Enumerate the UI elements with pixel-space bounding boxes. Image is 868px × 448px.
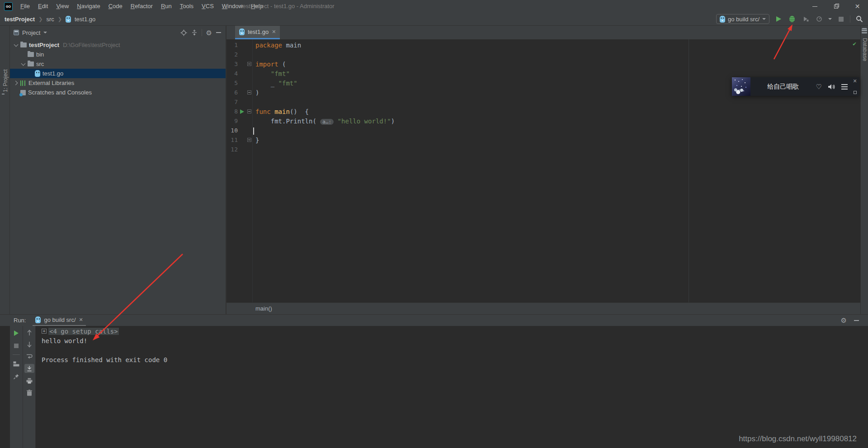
playlist-icon[interactable] xyxy=(841,84,848,90)
collapse-all-icon[interactable] xyxy=(191,29,198,36)
tree-label: Scratches and Consoles xyxy=(28,89,92,96)
run-tab-go-build[interactable]: go build src/ ✕ xyxy=(33,315,85,326)
tree-row-scratches-and-consoles[interactable]: Scratches and Consoles xyxy=(10,88,226,97)
run-button[interactable] xyxy=(774,14,783,24)
chevron-down-icon[interactable] xyxy=(13,42,19,48)
print-button[interactable] xyxy=(25,377,34,385)
console-line-4[interactable]: Process finished with exit code 0 xyxy=(42,355,860,364)
run-console[interactable]: +<4 go setup calls>hello world!Process f… xyxy=(36,326,860,448)
run-tab-close-icon[interactable]: ✕ xyxy=(79,317,83,323)
hide-panel-icon[interactable] xyxy=(854,320,859,321)
code-line-7[interactable]: 7 xyxy=(226,97,860,107)
locate-file-icon[interactable] xyxy=(180,29,187,36)
database-icon[interactable] xyxy=(862,28,867,34)
code-line-1[interactable]: 1package main xyxy=(226,40,860,50)
breadcrumb-project[interactable]: testProject xyxy=(5,16,35,23)
album-art[interactable] xyxy=(732,77,750,96)
up-stack-trace-button[interactable] xyxy=(25,329,34,336)
music-restore-icon[interactable] xyxy=(854,91,857,94)
profiler-button[interactable] xyxy=(815,14,824,24)
stop-process-button[interactable] xyxy=(12,342,21,349)
stop-button[interactable] xyxy=(836,14,845,24)
line-number: 6 xyxy=(229,89,238,96)
menu-navigate[interactable]: Navigate xyxy=(73,0,104,13)
tree-row-test1-go[interactable]: test1.go xyxy=(10,69,226,78)
console-line-1[interactable]: +<4 go setup calls> xyxy=(42,326,860,336)
chevron-right-icon[interactable] xyxy=(13,80,19,86)
restore-layout-button[interactable] xyxy=(12,360,21,368)
code-line-9[interactable]: 9 fmt.Println( a…: "hello world!") xyxy=(226,116,860,126)
close-button[interactable]: ✕ xyxy=(847,0,868,13)
menu-edit[interactable]: Edit xyxy=(34,0,52,13)
run-icon xyxy=(776,16,781,22)
code-token: main xyxy=(274,108,290,115)
gear-icon[interactable]: ⚙ xyxy=(841,317,847,324)
like-heart-icon[interactable]: ♡ xyxy=(816,83,822,90)
fold-icon[interactable] xyxy=(247,109,251,113)
profiler-chevron-icon[interactable] xyxy=(828,18,832,20)
gutter-fold-column xyxy=(246,109,253,113)
run-with-coverage-icon xyxy=(802,16,809,22)
editor-tab-bar: test1.go ✕ xyxy=(226,26,860,39)
run-configuration-select[interactable]: go build src/ xyxy=(716,14,769,24)
restore-button[interactable] xyxy=(826,0,847,13)
code-line-2[interactable]: 2 xyxy=(226,50,860,59)
run-line-icon[interactable] xyxy=(240,109,244,114)
search-everywhere-button[interactable] xyxy=(855,14,864,24)
line-number: 3 xyxy=(229,61,238,67)
clear-all-button[interactable] xyxy=(25,389,34,396)
tree-row-bin[interactable]: bin xyxy=(10,50,226,59)
code-line-3[interactable]: 3import ( xyxy=(226,59,860,69)
menu-tools[interactable]: Tools xyxy=(176,0,198,13)
line-number: 1 xyxy=(229,42,238,48)
breadcrumb-file[interactable]: test1.go xyxy=(75,16,95,23)
editor-breadcrumb[interactable]: main() xyxy=(255,305,272,312)
menu-run[interactable]: Run xyxy=(157,0,176,13)
toolbar-divider xyxy=(13,354,20,355)
console-line-3[interactable] xyxy=(42,345,860,355)
tab-test1-go[interactable]: test1.go ✕ xyxy=(235,26,280,39)
menu-code[interactable]: Code xyxy=(104,0,127,13)
fold-icon[interactable] xyxy=(247,90,251,94)
hide-panel-icon[interactable] xyxy=(216,32,221,33)
menu-refactor[interactable]: Refactor xyxy=(127,0,157,13)
breadcrumb-src[interactable]: src xyxy=(46,16,54,23)
console-line-2[interactable]: hello world! xyxy=(42,336,860,345)
code-line-11[interactable]: 11} xyxy=(226,135,860,145)
tree-row-src[interactable]: src xyxy=(10,59,226,69)
layout-icon xyxy=(13,361,19,367)
run-with-coverage-button[interactable] xyxy=(801,14,810,24)
soft-wrap-button[interactable] xyxy=(25,352,34,360)
code-line-12[interactable]: 12 xyxy=(226,145,860,154)
fold-icon[interactable] xyxy=(247,138,251,142)
code-text: package main xyxy=(253,42,301,49)
scroll-to-end-button[interactable] xyxy=(24,364,34,373)
expand-fold-icon[interactable]: + xyxy=(42,329,47,334)
gear-icon[interactable]: ⚙ xyxy=(206,29,212,36)
line-number: 12 xyxy=(229,146,238,153)
tab-close-icon[interactable]: ✕ xyxy=(272,29,276,35)
menu-view[interactable]: View xyxy=(52,0,73,13)
menu-vcs[interactable]: VCS xyxy=(198,0,218,13)
debug-button[interactable] xyxy=(788,14,797,24)
code-line-8[interactable]: 8func main() { xyxy=(226,107,860,116)
tree-row-testproject[interactable]: testProjectD:\GoFiles\testProject xyxy=(10,40,226,50)
minimize-button[interactable] xyxy=(804,0,826,13)
project-view-chevron-icon[interactable] xyxy=(43,32,47,33)
tree-row-external-libraries[interactable]: External Libraries xyxy=(10,78,226,88)
fold-icon[interactable] xyxy=(247,62,251,66)
go-config-icon xyxy=(720,16,725,23)
chevron-down-icon[interactable] xyxy=(20,61,27,67)
code-line-10[interactable]: 10 xyxy=(226,126,860,135)
menu-file[interactable]: File xyxy=(16,0,34,13)
volume-icon[interactable] xyxy=(828,84,835,90)
rerun-button[interactable] xyxy=(12,329,21,337)
tool-window-button-database[interactable]: Database xyxy=(862,38,868,61)
pin-tab-button[interactable] xyxy=(12,373,21,380)
music-close-icon[interactable]: ✕ xyxy=(853,79,857,83)
code-token: "fmt" xyxy=(278,80,297,87)
code-line-4[interactable]: 4 "fmt" xyxy=(226,69,860,78)
project-panel-title[interactable]: Project xyxy=(22,29,40,36)
tool-window-button-project[interactable]: 1: Project xyxy=(2,69,9,92)
down-stack-trace-button[interactable] xyxy=(25,340,34,348)
